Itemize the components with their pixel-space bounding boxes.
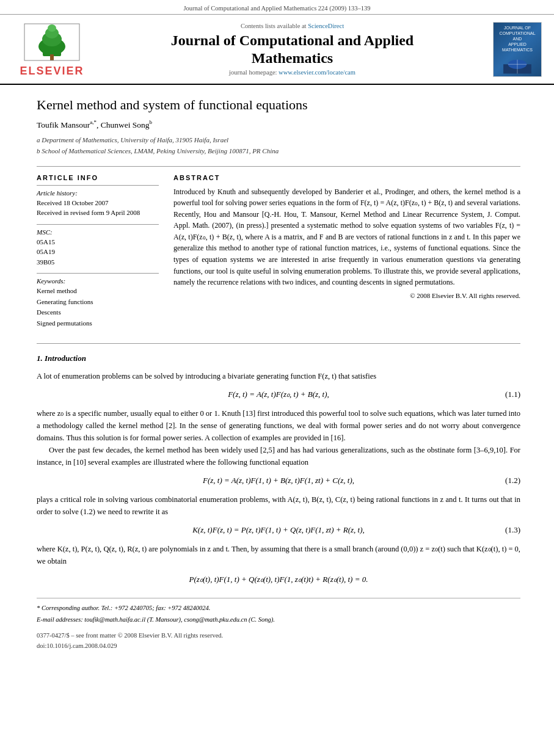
affiliations: a Department of Mathematics, University … [37,135,520,156]
svg-rect-5 [50,54,54,60]
cover-text: JOURNAL OF COMPUTATIONAL AND APPLIED MAT… [496,25,539,53]
divider-after-affiliations [37,166,520,167]
divider-3 [37,273,159,274]
cover-illustration [499,55,536,74]
doi-line: doi:10.1016/j.cam.2008.04.029 [37,641,520,652]
divider-after-abstract [37,343,520,344]
svg-point-4 [48,24,56,32]
authors-line: Toufik Mansoura,*, Chunwei Songb [37,119,520,130]
divider-2 [37,224,159,225]
body-para2: where z₀ is a specific number, usually e… [37,407,520,444]
article-info: ARTICLE INFO Article history: Received 1… [37,174,159,335]
keywords-block: Keywords: Kernel method Generating funct… [37,277,159,329]
keyword-1: Kernel method [37,286,159,297]
author-b-sup: b [150,119,153,125]
copyright: © 2008 Elsevier B.V. All rights reserved… [173,292,520,299]
equation-1-2: F(z, t) = A(z, t)F(1, t) + B(z, t)F(1, z… [203,474,354,487]
equation-1-3: K(z, t)F(z, t) = P(z, t)F(1, t) + Q(z, t… [192,524,365,537]
equation-1-3-block: K(z, t)F(z, t) = P(z, t)F(1, t) + Q(z, t… [37,524,520,537]
journal-reference: Journal of Computational and Applied Mat… [0,0,554,15]
msc-block: MSC: 05A15 05A19 39B05 [37,228,159,267]
journal-title-center: Contents lists available at ScienceDirec… [98,23,487,76]
article-history-block: Article history: Received 18 October 200… [37,189,159,218]
footnote-section: * Corresponding author. Tel.: +972 42407… [37,598,520,625]
affiliation-b: b School of Mathematical Sciences, LMAM,… [37,146,520,156]
affiliation-a: a Department of Mathematics, University … [37,135,520,145]
body-text: 1. Introduction A lot of enumeration pro… [37,352,520,586]
keywords-list: Kernel method Generating functions Desce… [37,286,159,329]
author-a-sup: a,* [90,119,97,125]
footnote-corresponding: * Corresponding author. Tel.: +972 42407… [37,603,520,613]
bottom-info: 0377-0427/$ – see front matter © 2008 El… [37,631,520,652]
body-para5: where K(z, t), P(z, t), Q(z, t), R(z, t)… [37,543,520,567]
keyword-2: Generating functions [37,297,159,308]
msc-label: MSC: [37,228,159,236]
equation-1-4: P(z₀(t), t)F(1, t) + Q(z₀(t), t)F(1, z₀(… [189,573,368,586]
abstract-section: ABSTRACT Introduced by Knuth and subsequ… [173,174,520,335]
equation-1-2-block: F(z, t) = A(z, t)F(1, t) + B(z, t)F(1, z… [37,474,520,487]
divider-1 [37,185,159,186]
intro-heading: 1. Introduction [37,352,520,365]
body-para4: plays a critical role in solving various… [37,493,520,518]
equation-1-1: F(z, t) = A(z, t)F(z₀, t) + B(z, t), [228,388,329,401]
issn-line: 0377-0427/$ – see front matter © 2008 El… [37,631,520,641]
body-para3: Over the past few decades, the kernel me… [37,444,520,468]
abstract-text: Introduced by Knuth and subsequently dev… [173,186,520,288]
footnote-email: E-mail addresses: toufik@math.haifa.ac.i… [37,615,520,625]
intro-para1: A lot of enumeration problems can be sol… [37,370,520,382]
elsevier-tree-icon [21,21,82,64]
equation-1-2-number: (1.2) [505,474,520,487]
homepage-url[interactable]: www.elsevier.com/locate/cam [279,69,355,76]
article-info-heading: ARTICLE INFO [37,174,159,181]
author-a: Toufik Mansour [37,120,90,129]
msc-code-2: 05A19 [37,247,159,257]
journal-homepage: journal homepage: www.elsevier.com/locat… [98,69,487,76]
msc-code-3: 39B05 [37,257,159,267]
journal-main-title: Journal of Computational and Applied Mat… [98,32,487,67]
science-direct-anchor[interactable]: ScienceDirect [308,23,344,29]
received-date: Received 18 October 2007 [37,198,159,208]
equation-1-1-block: F(z, t) = A(z, t)F(z₀, t) + B(z, t), (1.… [37,388,520,401]
main-content: Kernel method and system of functional e… [0,85,554,663]
elsevier-logo: ELSEVIER [12,21,92,78]
msc-code-1: 05A15 [37,237,159,247]
equation-1-4-block: P(z₀(t), t)F(1, t) + Q(z₀(t), t)F(1, z₀(… [37,573,520,586]
elsevier-label: ELSEVIER [20,65,84,78]
science-direct-link: Contents lists available at ScienceDirec… [98,23,487,29]
keyword-4: Signed permutations [37,318,159,329]
article-columns: ARTICLE INFO Article history: Received 1… [37,174,520,335]
received-revised-date: Received in revised form 9 April 2008 [37,208,159,218]
abstract-heading: ABSTRACT [173,174,520,181]
equation-1-1-number: (1.1) [505,388,520,401]
author-b: Chunwei Song [101,120,150,129]
journal-cover-image: JOURNAL OF COMPUTATIONAL AND APPLIED MAT… [493,22,542,77]
history-label: Article history: [37,189,159,197]
journal-banner: ELSEVIER Contents lists available at Sci… [0,15,554,85]
equation-1-3-number: (1.3) [505,524,520,537]
paper-title: Kernel method and system of functional e… [37,97,520,113]
keyword-3: Descents [37,307,159,318]
keywords-label: Keywords: [37,277,159,285]
